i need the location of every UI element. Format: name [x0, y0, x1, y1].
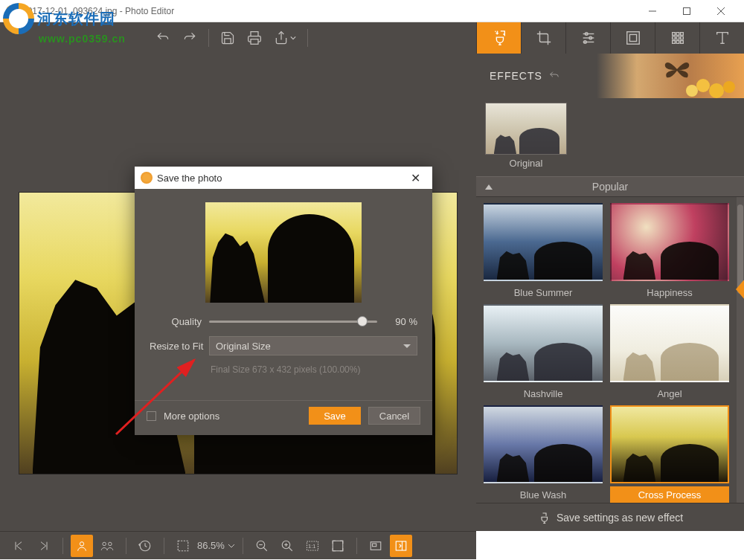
svg-rect-31 — [178, 541, 188, 551]
svg-rect-41 — [333, 541, 343, 551]
effect-item-blue-summer[interactable]: Blue Summer — [484, 203, 603, 301]
svg-point-29 — [109, 542, 112, 546]
effects-scrollbar[interactable] — [737, 197, 744, 503]
prev-image-button[interactable] — [7, 535, 30, 557]
effect-thumbnail — [610, 405, 729, 483]
share-button[interactable] — [269, 25, 301, 51]
navigator-button[interactable] — [365, 535, 387, 557]
history-button[interactable] — [134, 535, 156, 557]
resize-label: Resize to Fit — [150, 341, 202, 352]
save-dialog: Save the photo ✕ Quality 90 % Resize to … — [135, 167, 432, 435]
top-toolbar — [0, 22, 476, 54]
dialog-cancel-button[interactable]: Cancel — [368, 407, 420, 425]
scrollbar-thumb[interactable] — [737, 205, 743, 294]
svg-line-36 — [289, 547, 292, 551]
tab-texture[interactable] — [655, 22, 699, 54]
chevron-down-icon — [228, 542, 235, 550]
tab-adjust[interactable] — [565, 22, 610, 54]
quality-slider[interactable] — [209, 321, 377, 323]
more-options-checkbox[interactable] — [147, 411, 156, 421]
popular-header[interactable]: Popular — [476, 176, 744, 197]
effect-item-cross-process[interactable]: Cross Process — [610, 405, 729, 503]
effect-label: Blue Summer — [484, 284, 603, 301]
dialog-title: Save the photo — [157, 173, 222, 184]
effect-label: Angel — [610, 385, 729, 402]
print-button[interactable] — [242, 25, 267, 51]
dialog-close-button[interactable]: ✕ — [404, 171, 426, 185]
effect-item-blue-wash[interactable]: Blue Wash — [484, 405, 603, 503]
right-tabs — [476, 22, 744, 54]
effect-label: Happiness — [610, 284, 729, 301]
redo-button[interactable] — [177, 25, 202, 51]
svg-point-19 — [686, 85, 698, 97]
flowers-decal-icon — [681, 65, 740, 102]
effect-thumbnail — [484, 304, 603, 382]
popular-label: Popular — [592, 181, 628, 193]
effect-item-angel[interactable]: Angel — [610, 304, 729, 402]
resize-select[interactable]: Original Size — [209, 336, 417, 355]
svg-point-22 — [723, 81, 735, 93]
effect-thumbnail — [610, 203, 729, 281]
tab-frame[interactable] — [610, 22, 655, 54]
undo-button[interactable] — [150, 25, 176, 51]
more-options-label: More options — [164, 411, 301, 422]
svg-rect-43 — [372, 544, 376, 547]
window-close-button[interactable] — [704, 0, 738, 22]
original-label: Original — [485, 158, 567, 169]
zoom-out-button[interactable] — [251, 535, 273, 557]
quality-label: Quality — [150, 316, 202, 327]
svg-rect-4 — [251, 39, 258, 45]
effect-thumbnail — [484, 203, 603, 281]
svg-line-33 — [263, 547, 267, 551]
effect-label: Cross Process — [610, 486, 729, 503]
window-maximize-button[interactable] — [670, 0, 704, 22]
resize-value: Original Size — [216, 341, 271, 352]
effects-title: EFFECTS — [490, 70, 542, 82]
dialog-titlebar[interactable]: Save the photo ✕ — [135, 167, 432, 189]
svg-point-27 — [80, 541, 83, 545]
tab-crop[interactable] — [521, 22, 565, 54]
view-compare-button[interactable] — [96, 535, 118, 557]
final-size-text: Final Size 673 x 432 pixels (100.00%) — [211, 364, 417, 375]
chevron-down-icon — [403, 344, 411, 348]
window-minimize-button[interactable] — [635, 0, 670, 22]
effect-item-happiness[interactable]: Happiness — [610, 203, 729, 301]
svg-rect-16 — [629, 34, 636, 41]
save-button[interactable] — [215, 25, 240, 51]
svg-rect-1 — [684, 7, 690, 14]
quality-slider-thumb[interactable] — [357, 316, 368, 326]
panels-toggle-button[interactable] — [390, 535, 412, 557]
svg-point-28 — [103, 542, 106, 546]
zoom-in-button[interactable] — [276, 535, 298, 557]
effect-item-nashville[interactable]: Nashville — [484, 304, 603, 402]
svg-point-21 — [709, 83, 724, 98]
collapse-triangle-icon — [485, 184, 493, 190]
effects-header: EFFECTS — [476, 54, 744, 98]
tab-text[interactable] — [699, 22, 744, 54]
next-image-button[interactable] — [33, 535, 55, 557]
zoom-actual-button[interactable]: 1:1 — [301, 535, 324, 557]
effect-thumbnail — [610, 304, 729, 382]
dialog-save-button[interactable]: Save — [309, 407, 361, 425]
dialog-preview-image — [205, 202, 362, 303]
original-thumbnail[interactable]: Original — [485, 103, 567, 169]
tab-effects[interactable] — [476, 22, 521, 54]
bottom-toolbar: 86.5% 1:1 — [0, 531, 476, 559]
effect-thumbnail — [484, 405, 603, 483]
save-as-effect-button[interactable]: Save settings as new effect — [476, 503, 744, 531]
crop-size-button[interactable] — [172, 535, 194, 557]
svg-rect-15 — [626, 32, 639, 45]
zoom-readout[interactable]: 86.5% — [197, 540, 235, 551]
effects-grid: Blue SummerHappinessNashvilleAngelBlue W… — [476, 197, 744, 503]
window-title: 2017-12-01_093624.jpg - Photo Editor — [22, 6, 635, 16]
svg-text:1:1: 1:1 — [308, 543, 315, 550]
app-icon — [6, 5, 18, 17]
effect-label: Blue Wash — [484, 486, 603, 503]
effects-reset-icon[interactable] — [548, 70, 560, 82]
save-as-effect-label: Save settings as new effect — [557, 512, 683, 524]
dialog-app-icon — [141, 172, 153, 184]
svg-point-20 — [696, 79, 710, 92]
view-single-button[interactable] — [71, 535, 93, 557]
effect-label: Nashville — [484, 385, 603, 402]
zoom-fit-button[interactable] — [327, 535, 349, 557]
